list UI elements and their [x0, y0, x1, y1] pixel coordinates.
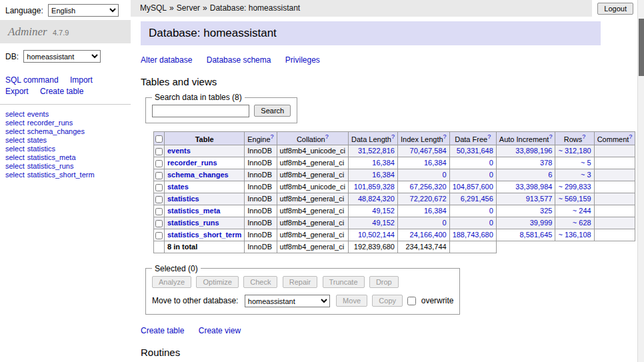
data-length-link[interactable]: 49,152 [372, 219, 395, 227]
copy-button[interactable]: Copy [372, 295, 403, 307]
help-icon[interactable]: ? [629, 133, 632, 140]
rows-count-link[interactable]: ~ 312,180 [558, 147, 591, 155]
optimize-button[interactable]: Optimize [196, 276, 238, 288]
auto-increment-link[interactable]: 378 [540, 159, 552, 167]
rows-count-link[interactable]: ~ 136,108 [558, 231, 591, 239]
search-button[interactable]: Search [254, 105, 291, 117]
analyze-button[interactable]: Analyze [152, 276, 191, 288]
alter-database-link[interactable]: Alter database [141, 55, 192, 65]
data-free-link[interactable]: 0 [489, 207, 493, 215]
index-length-link[interactable]: 72,220,672 [410, 195, 447, 203]
table-name-link[interactable]: statistics_runs [167, 219, 219, 227]
database-schema-link[interactable]: Database schema [207, 55, 271, 65]
table-link[interactable]: schema_changes [27, 127, 85, 135]
select-link[interactable]: select [5, 162, 25, 170]
table-name-link[interactable]: statistics_meta [167, 207, 221, 215]
search-input[interactable] [152, 105, 249, 117]
select-link[interactable]: select [5, 145, 25, 153]
data-free-link[interactable]: 0 [489, 171, 493, 179]
truncate-button[interactable]: Truncate [323, 276, 365, 288]
help-icon[interactable]: ? [487, 133, 491, 140]
data-free-link[interactable]: 6,291,456 [461, 195, 493, 203]
import-link[interactable]: Import [70, 75, 93, 85]
data-free-link[interactable]: 104,857,600 [453, 183, 493, 191]
help-icon[interactable]: ? [582, 133, 585, 140]
auto-increment-link[interactable]: 8,581,645 [519, 231, 552, 239]
index-length-link[interactable]: 67,256,320 [410, 183, 447, 191]
data-length-link[interactable]: 10,502,144 [358, 231, 395, 239]
db-select[interactable]: homeassistant [23, 50, 101, 63]
repair-button[interactable]: Repair [283, 276, 317, 288]
table-name-link[interactable]: recorder_runs [167, 159, 217, 167]
check-button[interactable]: Check [243, 276, 277, 288]
table-link[interactable]: statistics_short_term [27, 171, 95, 179]
data-length-link[interactable]: 16,384 [372, 171, 395, 179]
index-length-link[interactable]: 0 [443, 219, 447, 227]
language-select[interactable]: English [48, 4, 119, 17]
move-db-select[interactable]: homeassistant [245, 295, 330, 307]
adminer-logo[interactable]: Adminer [8, 25, 47, 38]
table-name-link[interactable]: statistics [167, 195, 199, 203]
table-name-link[interactable]: statistics_short_term [167, 231, 241, 239]
breadcrumb-server-link[interactable]: Server [177, 3, 200, 13]
data-free-link[interactable]: 50,331,648 [457, 147, 493, 155]
row-select-checkbox[interactable] [155, 232, 163, 239]
rows-count-link[interactable]: ~ 628 [573, 219, 591, 227]
table-name-link[interactable]: events [167, 147, 191, 155]
index-length-link[interactable]: 16,384 [424, 207, 447, 215]
breadcrumb-mysql-link[interactable]: MySQL [140, 3, 167, 13]
select-link[interactable]: select [5, 127, 25, 135]
row-select-checkbox[interactable] [155, 220, 163, 227]
auto-increment-link[interactable]: 6 [548, 171, 552, 179]
overwrite-label[interactable]: overwrite [421, 296, 454, 305]
data-length-link[interactable]: 48,824,320 [358, 195, 395, 203]
auto-increment-link[interactable]: 325 [540, 207, 552, 215]
auto-increment-link[interactable]: 39,999 [530, 219, 553, 227]
rows-count-link[interactable]: ~ 244 [573, 207, 591, 215]
row-select-checkbox[interactable] [155, 208, 163, 215]
index-length-link[interactable]: 16,384 [424, 159, 447, 167]
sql-command-link[interactable]: SQL command [5, 75, 59, 85]
table-link[interactable]: statistics [27, 145, 55, 153]
scrollbar-thumb[interactable] [639, 19, 644, 76]
help-icon[interactable]: ? [391, 133, 395, 140]
table-link[interactable]: statistics_meta [27, 153, 76, 161]
table-name-link[interactable]: states [167, 183, 189, 191]
auto-increment-link[interactable]: 33,898,196 [515, 147, 552, 155]
row-select-checkbox[interactable] [155, 160, 163, 167]
table-link[interactable]: statistics_runs [27, 162, 74, 170]
drop-button[interactable]: Drop [369, 276, 399, 288]
table-link[interactable]: states [27, 136, 47, 144]
index-length-link[interactable]: 70,467,584 [410, 147, 447, 155]
row-select-checkbox[interactable] [155, 184, 163, 191]
rows-count-link[interactable]: ~ 299,833 [558, 183, 591, 191]
select-link[interactable]: select [5, 119, 25, 127]
help-icon[interactable]: ? [549, 133, 552, 140]
vertical-scrollbar[interactable] [637, 0, 644, 362]
index-length-link[interactable]: 0 [443, 171, 447, 179]
auto-increment-link[interactable]: 33,398,984 [515, 183, 552, 191]
data-length-link[interactable]: 101,859,328 [354, 183, 395, 191]
data-length-link[interactable]: 31,522,816 [358, 147, 395, 155]
data-free-link[interactable]: 0 [489, 159, 493, 167]
data-length-link[interactable]: 16,384 [372, 159, 395, 167]
rows-count-link[interactable]: ~ 3 [581, 171, 591, 179]
privileges-link[interactable]: Privileges [285, 55, 320, 65]
index-length-link[interactable]: 24,166,400 [410, 231, 447, 239]
row-select-checkbox[interactable] [155, 148, 163, 155]
row-select-checkbox[interactable] [155, 172, 163, 179]
create-table-link[interactable]: Create table [40, 87, 83, 96]
select-link[interactable]: select [5, 110, 25, 118]
table-name-link[interactable]: schema_changes [167, 171, 229, 179]
create-view-link[interactable]: Create view [199, 326, 241, 335]
select-all-checkbox[interactable] [155, 135, 163, 143]
table-link[interactable]: recorder_runs [27, 119, 73, 127]
select-link[interactable]: select [5, 153, 25, 161]
logout-button[interactable]: Logout [597, 3, 633, 15]
move-button[interactable]: Move [336, 295, 367, 307]
row-select-checkbox[interactable] [155, 196, 163, 203]
data-length-link[interactable]: 49,152 [372, 207, 395, 215]
data-free-link[interactable]: 188,743,680 [453, 231, 493, 239]
rows-count-link[interactable]: ~ 569,159 [558, 195, 591, 203]
help-icon[interactable]: ? [325, 133, 329, 140]
